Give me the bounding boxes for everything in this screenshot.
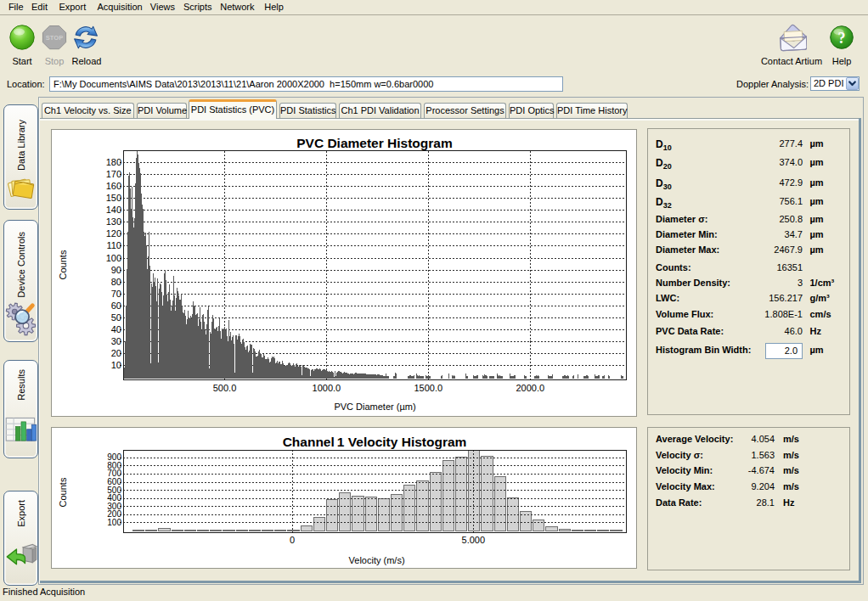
svg-text:30: 30 bbox=[111, 336, 121, 346]
svg-text:2000.0: 2000.0 bbox=[516, 383, 544, 393]
svg-text:PVC Diameter (µm): PVC Diameter (µm) bbox=[334, 402, 415, 412]
svg-text:170: 170 bbox=[106, 169, 121, 179]
svg-text:400: 400 bbox=[107, 493, 121, 503]
svg-text:40: 40 bbox=[111, 324, 121, 334]
svg-text:Channel 1 Velocity Histogram: Channel 1 Velocity Histogram bbox=[283, 435, 467, 449]
svg-text:300: 300 bbox=[107, 502, 121, 511]
svg-text:800: 800 bbox=[107, 461, 121, 470]
svg-text:130: 130 bbox=[106, 216, 121, 227]
svg-text:1500.0: 1500.0 bbox=[414, 383, 442, 393]
svg-text:100: 100 bbox=[107, 518, 121, 527]
svg-text:1000.0: 1000.0 bbox=[313, 383, 341, 393]
svg-text:Counts: Counts bbox=[58, 250, 68, 279]
svg-text:?: ? bbox=[838, 30, 846, 47]
svg-text:700: 700 bbox=[107, 469, 121, 478]
svg-text:500.0: 500.0 bbox=[213, 383, 237, 393]
svg-text:180: 180 bbox=[106, 157, 121, 167]
svg-text:600: 600 bbox=[107, 477, 121, 486]
svg-text:120: 120 bbox=[106, 228, 121, 239]
svg-text:STOP: STOP bbox=[46, 34, 63, 42]
svg-text:900: 900 bbox=[107, 452, 121, 462]
svg-text:Counts: Counts bbox=[58, 477, 68, 507]
svg-text:5.000: 5.000 bbox=[462, 535, 486, 545]
svg-text:20: 20 bbox=[111, 348, 121, 358]
svg-text:60: 60 bbox=[111, 300, 121, 311]
svg-text:80: 80 bbox=[111, 277, 121, 287]
svg-text:500: 500 bbox=[107, 486, 121, 495]
svg-text:0: 0 bbox=[290, 535, 295, 545]
svg-text:150: 150 bbox=[106, 193, 121, 203]
svg-text:160: 160 bbox=[106, 181, 121, 191]
svg-text:90: 90 bbox=[111, 265, 121, 275]
svg-text:140: 140 bbox=[106, 205, 121, 215]
svg-text:PVC Diameter Histogram: PVC Diameter Histogram bbox=[296, 136, 452, 150]
svg-text:70: 70 bbox=[111, 289, 121, 299]
svg-text:Velocity (m/s): Velocity (m/s) bbox=[349, 555, 405, 565]
svg-text:10: 10 bbox=[111, 360, 121, 370]
svg-text:200: 200 bbox=[107, 509, 121, 519]
svg-text:100: 100 bbox=[106, 253, 121, 263]
svg-text:110: 110 bbox=[106, 240, 121, 250]
svg-text:50: 50 bbox=[111, 312, 121, 323]
